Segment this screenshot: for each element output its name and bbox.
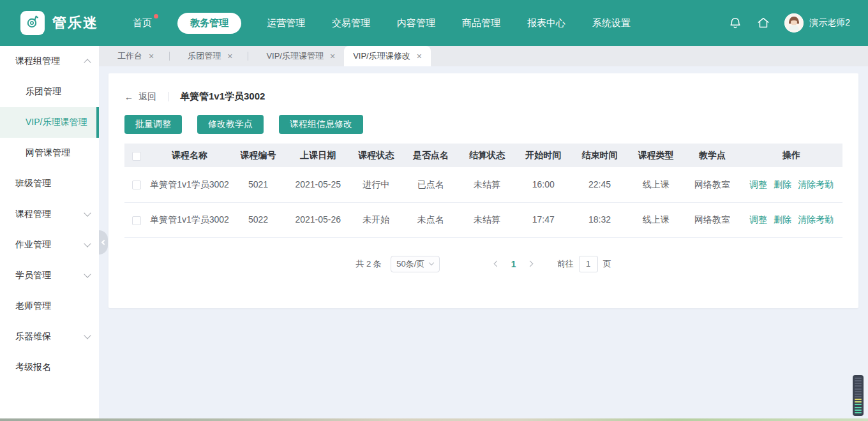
clear-attendance-link[interactable]: 清除考勤 [798, 214, 834, 225]
page-number[interactable]: 1 [505, 259, 523, 269]
select-all-checkbox[interactable] [132, 152, 141, 161]
sidebar-item-course-groups[interactable]: 课程组管理 [0, 46, 99, 77]
col-course-name: 课程名称 [149, 144, 230, 167]
sidebar-item-vip-theory[interactable]: VIP/乐理课管理 [0, 107, 99, 138]
page-title: 单簧管1v1学员3002 [180, 91, 265, 103]
nav-item-products[interactable]: 商品管理 [461, 13, 502, 34]
chevron-down-icon [84, 270, 91, 277]
tab-separator [169, 52, 170, 61]
next-page-button[interactable] [523, 256, 538, 272]
col-teaching-site: 教学点 [684, 144, 740, 167]
cell-settlement: 未结算 [459, 202, 515, 237]
bell-icon[interactable] [728, 16, 742, 30]
course-table: 课程名称 课程编号 上课日期 课程状态 是否点名 结算状态 开始时间 结束时间 … [124, 144, 842, 238]
col-settlement: 结算状态 [459, 144, 515, 167]
row-checkbox[interactable] [132, 181, 141, 189]
col-rollcall: 是否点名 [403, 144, 459, 167]
chevron-up-icon [84, 59, 91, 66]
chevron-down-icon [84, 209, 91, 216]
notification-dot [154, 14, 158, 18]
cell-class-date: 2021-05-25 [287, 167, 350, 202]
back-button[interactable]: ← 返回 [124, 91, 156, 103]
sidebar-item-teachers[interactable]: 老师管理 [0, 291, 99, 321]
tab-bar: 工作台 × 乐团管理 × VIP/乐理课管理 × VIP/乐理课修改 × [99, 46, 868, 66]
prev-page-button[interactable] [490, 256, 505, 272]
row-checkbox[interactable] [132, 216, 141, 225]
cell-course-type: 线上课 [628, 202, 684, 237]
user-name: 演示老师2 [809, 17, 850, 29]
page-size-select[interactable]: 50条/页 [391, 256, 440, 272]
sidebar-item-orchestra[interactable]: 乐团管理 [0, 77, 99, 107]
tab-orchestra[interactable]: 乐团管理 × [179, 46, 257, 66]
col-actions: 操作 [740, 144, 842, 167]
change-teaching-site-button[interactable]: 修改教学点 [197, 115, 264, 134]
tab-vip-theory-mgmt[interactable]: VIP/乐理课管理 × [257, 46, 344, 66]
nav-item-reports[interactable]: 报表中心 [526, 13, 567, 34]
top-navbar: 管乐迷 首页 教务管理 运营管理 交易管理 内容管理 商品管理 报表中心 系统设… [0, 0, 868, 46]
chevron-down-icon [84, 240, 91, 247]
sidebar-item-online-admin[interactable]: 网管课管理 [0, 138, 99, 168]
brand-logo [20, 11, 45, 35]
nav-item-academic[interactable]: 教务管理 [177, 13, 241, 34]
audio-meter-widget [853, 375, 864, 416]
chevron-right-icon [527, 261, 534, 267]
home-icon[interactable] [756, 16, 770, 30]
cell-settlement: 未结算 [459, 167, 515, 202]
nav-item-content[interactable]: 内容管理 [396, 13, 437, 34]
goto-label: 前往 [557, 258, 574, 270]
table-header-row: 课程名称 课程编号 上课日期 课程状态 是否点名 结算状态 开始时间 结束时间 … [124, 144, 842, 167]
batch-adjust-button[interactable]: 批量调整 [124, 115, 182, 134]
close-icon[interactable]: × [417, 52, 422, 61]
cell-end-time: 22:45 [571, 167, 627, 202]
main-content: ← 返回 单簧管1v1学员3002 批量调整 修改教学点 课程组信息修改 课程名… [99, 66, 868, 421]
sidebar-item-instrument-maintenance[interactable]: 乐器维保 [0, 321, 99, 352]
goto-page-input[interactable] [579, 256, 598, 272]
chevron-down-icon [429, 260, 434, 265]
divider [168, 92, 168, 101]
close-icon[interactable]: × [227, 52, 232, 61]
cell-class-date: 2021-05-26 [287, 202, 350, 237]
cell-teaching-site: 网络教室 [684, 202, 740, 237]
col-end-time: 结束时间 [571, 144, 627, 167]
sidebar-item-exam-signup[interactable]: 考级报名 [0, 352, 99, 383]
adjust-link[interactable]: 调整 [749, 179, 767, 189]
cell-start-time: 16:00 [515, 167, 571, 202]
sidebar-item-courses[interactable]: 课程管理 [0, 199, 99, 230]
user-menu[interactable]: 演示老师2 [784, 13, 850, 33]
nav-item-home[interactable]: 首页 [131, 13, 153, 34]
cell-start-time: 17:47 [515, 202, 571, 237]
delete-link[interactable]: 删除 [774, 179, 791, 189]
cell-rollcall: 未点名 [403, 202, 459, 237]
close-icon[interactable]: × [330, 52, 335, 61]
sidebar-item-classes[interactable]: 班级管理 [0, 168, 99, 199]
clear-attendance-link[interactable]: 清除考勤 [798, 179, 834, 189]
col-course-type: 课程类型 [628, 144, 684, 167]
chevron-left-icon [101, 240, 107, 245]
nav-item-settings[interactable]: 系统设置 [591, 13, 632, 34]
sidebar-item-students[interactable]: 学员管理 [0, 260, 99, 291]
avatar [784, 13, 804, 33]
cell-course-code: 5022 [230, 202, 286, 237]
cell-teaching-site: 网络教室 [684, 167, 740, 202]
delete-link[interactable]: 删除 [774, 214, 791, 225]
col-course-code: 课程编号 [230, 144, 286, 167]
total-count: 共 2 条 [355, 258, 381, 270]
close-icon[interactable]: × [149, 52, 154, 61]
taskbar-edge [0, 418, 868, 421]
nav-item-transactions[interactable]: 交易管理 [331, 13, 371, 34]
tab-vip-theory-edit[interactable]: VIP/乐理课修改 × [344, 46, 431, 66]
cell-course-name: 单簧管1v1学员3002 [149, 202, 230, 237]
brand[interactable]: 管乐迷 [20, 11, 98, 35]
nav-item-operations[interactable]: 运营管理 [266, 13, 306, 34]
edit-course-group-info-button[interactable]: 课程组信息修改 [279, 115, 363, 134]
chevron-left-icon [494, 261, 500, 267]
cell-rollcall: 已点名 [403, 167, 459, 202]
sidebar-item-homework[interactable]: 作业管理 [0, 230, 99, 260]
pagination: 共 2 条 50条/页 1 前往 页 [124, 256, 842, 272]
table-row: 单簧管1v1学员3002 5021 2021-05-25 进行中 已点名 未结算… [124, 167, 842, 202]
tab-separator [248, 52, 248, 61]
tab-workbench[interactable]: 工作台 × [108, 46, 179, 66]
chevron-down-icon [84, 332, 91, 339]
col-start-time: 开始时间 [515, 144, 571, 167]
adjust-link[interactable]: 调整 [749, 214, 767, 225]
